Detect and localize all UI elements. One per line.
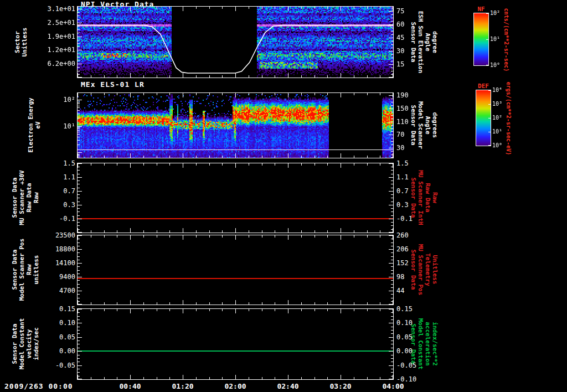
panel1-left-axis-label: Sector Unitless: [14, 28, 28, 57]
y-tick-label: 260: [396, 232, 409, 239]
y-tick-label: 0.3: [32, 202, 75, 208]
model-scanner-pos-overlay-canvas: [78, 235, 393, 305]
colorbar-nf: [473, 13, 489, 66]
model-constant-velocity-overlay-canvas: [78, 309, 393, 379]
y-tick-label: 110: [396, 118, 409, 125]
y-tick-label: 0.00: [32, 348, 75, 354]
y-tick-label: 23500: [32, 232, 75, 239]
panel-title-els: MEx ELS-01 LR: [81, 80, 145, 89]
colorbar-gradient: [474, 13, 488, 65]
y-tick-label: 30: [396, 145, 404, 151]
y-tick-label: 75: [396, 8, 404, 14]
panel2-right-axis-label: degrees Angle Model Scanner Sensor Data: [410, 101, 439, 149]
y-tick-label: 4700: [32, 287, 75, 294]
panel-model-scanner-pos: [77, 235, 394, 305]
y-tick-label: 44: [396, 287, 404, 294]
colorbar-tick-label: 10⁴: [492, 87, 502, 93]
y-tick-label: -0.1: [32, 215, 75, 222]
colorbar-tick-label: 10²: [492, 115, 502, 121]
colorbar-tick-label: 10⁰: [492, 143, 502, 148]
y-tick-label: -0.1: [396, 215, 413, 222]
y-tick-label: 15: [396, 61, 404, 68]
y-tick-label: 3.1e+01: [32, 6, 75, 12]
y-tick-label: 0.7: [32, 188, 75, 194]
x-tick-label: 04:00: [371, 382, 415, 390]
y-tick-label: 152: [396, 260, 409, 266]
els-spectrogram-overlay-canvas: [78, 93, 393, 158]
y-tick-label: 1.5: [32, 160, 75, 167]
y-tick-label: 190: [396, 92, 409, 99]
y-tick-label: 6.2e+00: [32, 60, 75, 67]
y-tick-label: 1.5: [396, 160, 409, 167]
x-tick-label: 02:00: [213, 382, 257, 390]
colorbar-def: [476, 90, 491, 146]
y-tick-label: 1.1: [32, 174, 75, 180]
y-tick-label: 10¹: [32, 123, 75, 130]
mu-scanner-30v-overlay-canvas: [78, 163, 393, 233]
y-tick-label: 0.10: [396, 319, 413, 326]
panel-els-spectrogram: [77, 92, 394, 158]
y-tick-label: 150: [396, 105, 409, 112]
panel4-right-axis-label: Unitless Telemetry MU Scanner Pos Sensor…: [410, 244, 439, 296]
y-tick-label: 98: [396, 274, 404, 280]
y-tick-label: 60: [396, 21, 404, 28]
y-tick-label: 0.15: [32, 306, 75, 312]
npi-vector-data-overlay-canvas: [78, 7, 393, 78]
colorbar-nf-title: NF: [473, 6, 489, 13]
colorbar-tick-label: 10¹: [492, 129, 502, 135]
y-tick-label: 18800: [32, 246, 75, 252]
y-tick-label: 45: [396, 34, 404, 41]
y-tick-label: 0.7: [396, 188, 409, 194]
y-tick-label: 0.05: [32, 334, 75, 341]
y-tick-label: 206: [396, 246, 409, 252]
colorbar-def-title: DEF: [476, 82, 491, 90]
colorbar-tick-label: 10²: [490, 11, 500, 16]
x-tick-label: 03:20: [318, 382, 363, 390]
y-tick-label: 10²: [32, 96, 75, 103]
panel-npi-vector-data: [77, 6, 394, 78]
colorbar-gradient: [476, 90, 491, 146]
colorbar-tick-label: 10¹: [490, 37, 500, 42]
y-tick-label: 30: [396, 48, 404, 54]
y-tick-label: 0.00: [396, 348, 413, 354]
y-tick-label: 2.5e+01: [32, 19, 75, 26]
panel1-right-axis-label: degree Angle ESH Sun Elevation Sensor Da…: [410, 11, 439, 74]
y-tick-label: 1.2e+01: [32, 47, 75, 53]
x-tick-label: 01:20: [161, 382, 205, 390]
y-tick-label: 1.9e+01: [32, 33, 75, 40]
y-tick-label: 70: [396, 131, 404, 138]
panel3-right-axis-label: Raw Raw Data MU Scanner IntH Sensor Data: [410, 170, 439, 225]
colorbar-def-unit-label: ergs/(cm**2-sr-sec-eV): [506, 82, 512, 155]
tplot-screen: NPI Vector Data MEx ELS-01 LR Sector Uni…: [0, 0, 567, 392]
y-tick-label: -0.05: [396, 362, 416, 369]
x-axis-start-label: 2009/263 00:00: [4, 382, 73, 390]
y-tick-label: 0.10: [32, 319, 75, 326]
x-tick-label: 02:40: [266, 382, 310, 390]
y-tick-label: 1.1: [396, 174, 409, 180]
y-tick-label: 9400: [32, 274, 75, 280]
colorbar-nf-unit-label: cnts/(cm**2-sr-sec): [503, 8, 509, 71]
colorbar-tick-label: 10³: [492, 101, 502, 107]
panel-model-constant-velocity: [77, 308, 394, 380]
panel-mu-scanner-30v: [77, 163, 394, 233]
y-tick-label: 14100: [32, 260, 75, 266]
y-tick-label: -0.05: [32, 362, 75, 369]
colorbar-tick-label: 10⁰: [490, 63, 500, 68]
y-tick-label: 0.3: [396, 202, 409, 208]
y-tick-label: 0.05: [396, 334, 413, 341]
y-tick-label: 0.15: [396, 306, 413, 312]
x-tick-label: 00:40: [108, 382, 152, 390]
